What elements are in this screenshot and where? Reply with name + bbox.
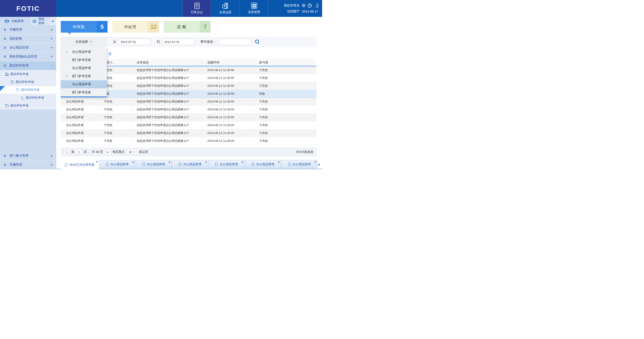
bottom-tab[interactable]: 办公用品管理 ×: [172, 160, 208, 168]
bottom-tab[interactable]: 办公用品管理 ×: [208, 160, 244, 168]
tree-node[interactable]: 面试评价申请: [0, 78, 56, 86]
table-row[interactable]: 办公用品申请 卞洪杰 信息技术部卞洪杰申请办公用品胶棒11个 2014-06-1…: [61, 121, 316, 129]
dropdown-option[interactable]: ✓ 办公用品申请: [61, 64, 107, 72]
user-block: 系统管理员 ⚙ ? → 信托财产 2014-06-17: [268, 0, 322, 17]
sidebar-item[interactable]: 办公用品管理 +: [0, 43, 56, 52]
dropdown-option[interactable]: ✓ 部门参考充值: [61, 88, 107, 96]
per-page-select[interactable]: 10 ▼: [127, 149, 137, 155]
tab-functional-menu[interactable]: 功能菜单: [0, 17, 30, 25]
tab-overflow-icon[interactable]: »: [318, 162, 320, 167]
tree-node-label: 面试评价申请: [10, 104, 28, 108]
status-card[interactable]: 提 醒 7: [164, 21, 210, 32]
page-number-input[interactable]: [76, 149, 82, 155]
col-header-description: 业务描述: [131, 59, 202, 66]
close-icon[interactable]: ×: [169, 161, 170, 164]
from-date-input[interactable]: [118, 39, 150, 45]
cell-participant: 卞洪杰: [254, 121, 316, 129]
close-icon[interactable]: ×: [96, 160, 98, 163]
sidebar-item[interactable]: 车辆管理 +: [0, 25, 56, 34]
sidebar-collapse-button[interactable]: «: [50, 17, 56, 25]
close-icon[interactable]: ×: [205, 161, 207, 164]
check-icon: ✓: [66, 74, 69, 78]
expand-toggle-icon[interactable]: +: [50, 163, 53, 167]
total-records-label: 共474条信息: [296, 150, 313, 154]
cell-created: 2014-06-12 11:30:00: [202, 82, 254, 90]
close-icon[interactable]: ×: [314, 161, 316, 164]
category-select-label: 分类选择: [75, 40, 88, 44]
bottom-tab-label: 办公用品管理: [293, 162, 311, 166]
expand-toggle-icon[interactable]: +: [50, 37, 53, 41]
top-nav-item[interactable]: 业务管理: [240, 0, 268, 17]
sidebar-item[interactable]: 车辆管理 +: [0, 161, 56, 169]
status-card[interactable]: 待审批 5: [61, 21, 108, 32]
table-row[interactable]: 办公用品申请 卞洪杰 信息技术部卞洪杰申请办公用品胶棒11个 2014-06-1…: [61, 129, 316, 137]
help-icon[interactable]: ?: [308, 3, 312, 8]
bottom-tab-label: 办公用品管理: [220, 162, 238, 166]
tree-node-label: 面试评价申请: [10, 72, 28, 76]
tree-node-label: 面试评价申请: [26, 96, 44, 100]
next-page-button[interactable]: ▶: [105, 149, 110, 155]
status-card-count: 5: [97, 21, 108, 32]
dropdown-option[interactable]: ✓ 部门参考充值: [61, 72, 107, 80]
category-select-button[interactable]: 分类选择 ▼: [61, 37, 107, 47]
bottom-tab[interactable]: 办公用品管理 ×: [136, 160, 172, 168]
close-icon[interactable]: ×: [132, 161, 134, 164]
expand-toggle-icon[interactable]: -: [52, 64, 53, 68]
per-page-label: 每页显示: [112, 150, 124, 154]
status-cards: 待审批 5 待处理 12 提 醒 7: [61, 21, 210, 32]
grid-dots-icon: [4, 155, 7, 157]
sidebar-item[interactable]: 面试评价管理 -: [0, 61, 56, 70]
grid-dots-icon: [4, 38, 7, 39]
close-icon[interactable]: ×: [242, 161, 243, 164]
tree-node[interactable]: 面试评价申请: [0, 94, 56, 102]
tree-node[interactable]: 面试评价申请: [0, 102, 56, 110]
close-icon[interactable]: ×: [278, 161, 280, 164]
cell-created: 2014-06-12 11:30:00: [202, 98, 254, 105]
expand-toggle-icon[interactable]: +: [50, 55, 53, 59]
bottom-tab[interactable]: 办公用品管理 ×: [245, 160, 281, 168]
table-row[interactable]: 办公用品申请 卞洪杰 信息技术部卞洪杰申请办公用品胶棒11个 2014-06-1…: [61, 105, 316, 113]
expand-toggle-icon[interactable]: +: [50, 28, 53, 32]
top-nav-item[interactable]: 证券运营: [211, 0, 240, 17]
dropdown-option[interactable]: ✓ 部门参考充值: [61, 56, 107, 64]
dropdown-option[interactable]: ✓ 办公用品申请: [61, 80, 107, 88]
bottom-tab[interactable]: 办公用品管理 ×: [99, 160, 135, 168]
sidebar-item[interactable]: 部门餐卡管理 +: [0, 152, 56, 161]
status-card[interactable]: 待处理 12: [112, 21, 159, 32]
table-row[interactable]: 办公用品申请 卞洪杰 信息技术部卞洪杰申请办公用品胶棒11个 2014-06-1…: [61, 113, 316, 121]
tree-node-icon: [16, 89, 19, 91]
bottom-tab[interactable]: 待办/已办任务列表 ×: [61, 160, 99, 169]
top-nav-icon: [251, 3, 257, 9]
event-desc-input[interactable]: [218, 39, 251, 45]
sidebar-items-bottom: 部门餐卡管理 + 车辆管理 +: [0, 152, 56, 169]
table-row[interactable]: 办公用品申请 卞洪杰 信息技术部卞洪杰申请办公用品胶棒11个 2014-06-1…: [61, 98, 316, 105]
dropdown-option[interactable]: ✓ 办公用品申请: [61, 48, 107, 56]
cell-created: 2014-06-12 11:30:00: [202, 129, 254, 137]
search-icon[interactable]: [255, 39, 260, 44]
partial-link-text[interactable]: 值: [108, 52, 112, 56]
expand-toggle-icon[interactable]: +: [50, 46, 53, 50]
grid-dots-icon: [4, 29, 7, 30]
cell-created: 2014-06-12 11:30:00: [202, 121, 254, 129]
prev-page-button[interactable]: ◀: [64, 149, 69, 155]
status-card-label: 待审批: [61, 21, 97, 32]
tab-my-menu[interactable]: 我的菜单: [30, 17, 50, 25]
tree-node[interactable]: 面试评价申请: [0, 70, 56, 78]
bottom-tab[interactable]: 办公用品管理 ×: [282, 160, 318, 168]
sidebar-item[interactable]: 商务用酒&礼品管理 +: [0, 52, 56, 61]
sidebar-item-label: 我的参数: [10, 37, 50, 41]
logout-icon[interactable]: →: [314, 3, 318, 7]
top-nav-item[interactable]: 日常办公: [182, 0, 211, 17]
expand-toggle-icon[interactable]: +: [50, 154, 53, 158]
sidebar-item[interactable]: 我的参数 +: [0, 34, 56, 43]
table-row[interactable]: 办公用品申请 卞洪杰 信息技术部卞洪杰申请办公用品胶棒11个 2014-06-1…: [61, 137, 316, 145]
cell-participant: 卞洪杰: [254, 74, 316, 82]
gear-icon[interactable]: ⚙: [302, 3, 306, 8]
cell-description: 信息技术部卞洪杰申请办公用品胶棒11个: [131, 129, 202, 137]
cell-type: 办公用品申请: [61, 98, 98, 105]
sidebar-filler: [0, 110, 56, 152]
tree-node[interactable]: 面试评价申请: [0, 86, 56, 94]
to-date-input[interactable]: [162, 39, 194, 45]
chevron-down-icon: ▼: [90, 41, 92, 43]
cell-participant: 卞洪杰: [254, 129, 316, 137]
